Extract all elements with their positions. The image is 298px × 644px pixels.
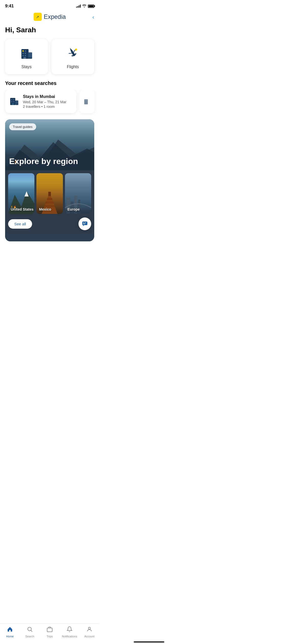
svg-rect-44 [85,223,86,223]
greeting-section: Hi, Sarah [0,24,99,39]
recent-searches-section: Your recent searches [0,80,99,119]
svg-rect-10 [28,52,32,59]
svg-rect-34 [44,205,55,207]
svg-text:↗: ↗ [36,15,39,19]
svg-rect-13 [29,55,30,56]
region-grid: 🧍🔥 United States Mexico [5,170,94,214]
svg-rect-14 [30,55,31,56]
region-label-us: United States [11,207,33,211]
svg-rect-23 [16,101,17,102]
svg-rect-45 [83,224,85,224]
svg-rect-9 [23,57,26,59]
travel-guides-tag: Travel guides [9,123,36,130]
svg-rect-43 [83,223,84,223]
svg-rect-12 [30,53,31,54]
logo-text: Expedia [44,13,66,20]
service-cards: Stays Flights [0,39,99,80]
svg-rect-26 [85,100,86,101]
svg-rect-6 [25,53,26,54]
svg-rect-7 [22,55,24,56]
recent-search-details-0: 2 travellers • 1 room [23,105,66,109]
svg-rect-17 [11,99,12,100]
region-label-eu: Europe [67,207,80,211]
back-button[interactable]: ‹ [92,14,94,21]
recent-search-item-1[interactable] [79,90,95,113]
flights-icon [65,45,80,62]
region-label-mx: Mexico [39,207,51,211]
logo-icon: ↗ [34,13,42,21]
explore-title: Explore by region [9,156,78,166]
explore-header-bg: 🧍 Travel guides Explore by region [5,119,94,170]
stays-icon [19,45,34,62]
recent-search-item-0[interactable]: Stays in Mumbai Wed, 20 Mar – Thu, 21 Ma… [5,90,76,113]
app-header: ↗ Expedia ‹ [0,11,99,24]
explore-bottom: See all [5,214,94,234]
recent-searches-title: Your recent searches [0,80,99,90]
recent-search-info-0: Stays in Mumbai Wed, 20 Mar – Thu, 21 Ma… [23,94,66,109]
battery-icon [88,5,94,8]
svg-rect-24 [18,101,18,102]
recent-search-title-0: Stays in Mumbai [23,94,66,99]
svg-rect-21 [12,103,14,105]
svg-rect-33 [48,192,51,196]
explore-section: 🧍 Travel guides Explore by region 🧍🔥 Uni… [5,119,94,241]
wifi-icon [82,4,86,8]
logo: ↗ Expedia [34,13,66,21]
status-time: 9:41 [5,4,14,9]
svg-rect-22 [15,100,18,105]
svg-rect-3 [22,50,24,52]
signal-icon [76,5,81,8]
svg-rect-25 [84,99,88,105]
recent-search-hotel-icon [9,96,19,107]
svg-point-15 [75,49,77,51]
recent-searches-list: Stays in Mumbai Wed, 20 Mar – Thu, 21 Ma… [0,90,99,119]
svg-rect-19 [11,101,12,102]
svg-rect-5 [22,53,24,54]
stays-card[interactable]: Stays [5,39,48,74]
stays-label: Stays [21,65,32,69]
svg-rect-11 [29,53,30,54]
region-card-us[interactable]: 🧍🔥 United States [8,173,34,214]
region-card-eu[interactable]: Europe [65,173,91,214]
recent-search-date-0: Wed, 20 Mar – Thu, 21 Mar [23,100,66,104]
svg-rect-42 [82,222,87,225]
region-card-mx[interactable]: Mexico [36,173,63,214]
flights-card[interactable]: Flights [51,39,94,74]
svg-rect-36 [47,198,52,200]
status-icons [76,4,94,8]
svg-rect-20 [13,101,14,102]
svg-rect-18 [13,99,14,100]
see-all-button[interactable]: See all [8,219,32,229]
svg-rect-8 [25,55,26,56]
svg-rect-35 [46,201,53,203]
greeting-text: Hi, Sarah [5,26,94,34]
svg-rect-27 [86,100,87,101]
flights-label: Flights [67,65,79,69]
chat-button[interactable] [78,217,91,230]
svg-rect-4 [25,50,26,52]
status-bar: 9:41 [0,0,99,11]
